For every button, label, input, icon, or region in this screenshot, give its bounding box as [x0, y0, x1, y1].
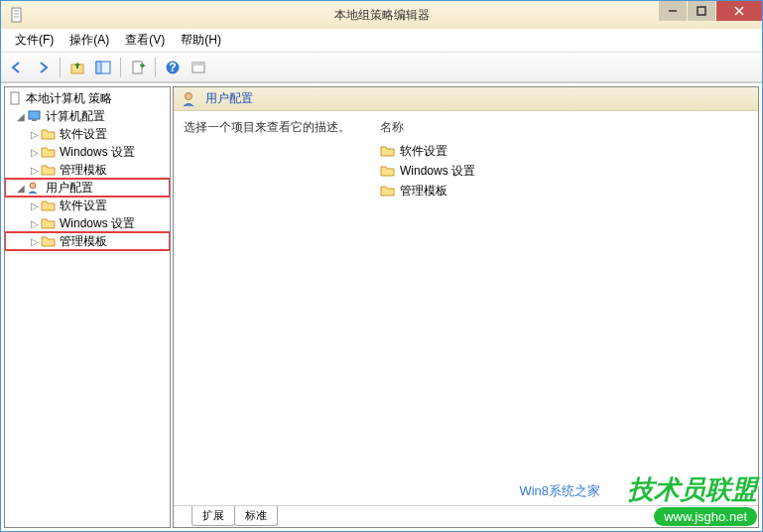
collapse-icon[interactable]: ◢: [15, 111, 27, 122]
document-icon: [7, 91, 23, 105]
tree-cc-software[interactable]: ▷ 软件设置: [5, 125, 170, 143]
menu-action[interactable]: 操作(A): [62, 29, 117, 52]
show-hide-tree-button[interactable]: [91, 56, 115, 79]
tree-label: Windows 设置: [60, 144, 135, 161]
tree-label: 软件设置: [60, 198, 107, 214]
folder-icon: [41, 127, 57, 141]
svg-rect-17: [29, 111, 40, 119]
expand-icon[interactable]: ▷: [29, 236, 41, 247]
back-button[interactable]: [5, 56, 29, 79]
toolbar-separator: [60, 58, 61, 77]
content-area: 本地计算机 策略 ◢ 计算机配置 ▷ 软件设置 ▷ Windows 设置 ▷ 管…: [1, 82, 762, 531]
svg-rect-16: [11, 92, 19, 104]
maximize-button[interactable]: [688, 1, 715, 21]
computer-icon: [27, 109, 43, 123]
list-column: 名称 软件设置 Windows 设置 管理模板: [372, 111, 758, 506]
folder-icon: [380, 144, 396, 158]
svg-rect-10: [96, 62, 101, 73]
details-header: 用户配置: [174, 87, 758, 111]
expand-icon[interactable]: ▷: [29, 165, 41, 176]
tree-label: 软件设置: [60, 126, 107, 143]
tree-uc-admin[interactable]: ▷ 管理模板: [5, 232, 170, 250]
folder-icon: [41, 216, 57, 230]
tree-cc-windows[interactable]: ▷ Windows 设置: [5, 143, 170, 161]
app-window: 本地组策略编辑器 文件(F) 操作(A) 查看(V) 帮助(H) ? 本地计算机…: [0, 0, 763, 532]
folder-icon: [41, 145, 57, 159]
folder-icon: [41, 234, 57, 248]
menu-file[interactable]: 文件(F): [7, 29, 62, 52]
svg-point-20: [186, 92, 192, 99]
collapse-icon[interactable]: ◢: [15, 183, 27, 194]
help-button[interactable]: ?: [161, 56, 185, 79]
toolbar-separator: [155, 58, 156, 77]
expand-icon[interactable]: ▷: [29, 129, 41, 140]
details-body: 选择一个项目来查看它的描述。 名称 软件设置 Windows 设置 管理模板: [174, 111, 758, 506]
menu-help[interactable]: 帮助(H): [173, 29, 229, 52]
tree-label: 本地计算机 策略: [26, 90, 112, 107]
details-title: 用户配置: [205, 90, 253, 107]
export-button[interactable]: [126, 56, 150, 79]
tree-panel[interactable]: 本地计算机 策略 ◢ 计算机配置 ▷ 软件设置 ▷ Windows 设置 ▷ 管…: [4, 86, 171, 528]
svg-point-19: [30, 183, 36, 189]
tree-label: 管理模板: [60, 233, 107, 250]
list-item-label: Windows 设置: [400, 163, 475, 180]
tree-uc-windows[interactable]: ▷ Windows 设置: [5, 214, 170, 232]
tree-label: 用户配置: [46, 180, 93, 197]
tab-standard[interactable]: 标准: [234, 506, 278, 526]
filter-button[interactable]: [187, 56, 210, 79]
folder-icon: [380, 184, 396, 198]
svg-rect-18: [32, 119, 37, 121]
svg-rect-5: [698, 7, 705, 15]
description-column: 选择一个项目来查看它的描述。: [174, 111, 372, 506]
toolbar: ?: [1, 53, 762, 82]
toolbar-separator: [120, 58, 121, 77]
folder-icon: [380, 164, 396, 178]
list-item-label: 管理模板: [400, 183, 447, 200]
list-item-label: 软件设置: [400, 143, 447, 160]
svg-rect-15: [192, 63, 204, 66]
tab-bar: 扩展 标准: [174, 505, 758, 527]
column-header-name[interactable]: 名称: [380, 115, 750, 141]
up-button[interactable]: [65, 56, 89, 79]
tree-label: 管理模板: [60, 162, 107, 179]
close-button[interactable]: [716, 1, 762, 21]
tree-label: Windows 设置: [60, 215, 135, 232]
user-icon: [27, 181, 43, 195]
expand-icon[interactable]: ▷: [29, 218, 41, 229]
window-title: 本地组策略编辑器: [334, 7, 430, 24]
list-item[interactable]: Windows 设置: [380, 161, 750, 181]
menubar: 文件(F) 操作(A) 查看(V) 帮助(H): [1, 29, 762, 53]
folder-icon: [41, 163, 57, 177]
tree-root[interactable]: 本地计算机 策略: [5, 89, 170, 107]
description-text: 选择一个项目来查看它的描述。: [184, 119, 362, 136]
titlebar: 本地组策略编辑器: [1, 1, 762, 29]
tree-computer-config[interactable]: ◢ 计算机配置: [5, 107, 170, 125]
tree-label: 计算机配置: [46, 108, 105, 125]
details-panel: 用户配置 选择一个项目来查看它的描述。 名称 软件设置 Windows 设置: [173, 86, 759, 528]
folder-icon: [41, 199, 57, 212]
minimize-button[interactable]: [659, 1, 687, 21]
list-item[interactable]: 软件设置: [380, 141, 750, 161]
forward-button[interactable]: [31, 56, 55, 79]
user-icon: [182, 91, 199, 107]
list-item[interactable]: 管理模板: [380, 181, 750, 200]
svg-rect-0: [12, 8, 21, 22]
app-icon: [9, 7, 25, 23]
expand-icon[interactable]: ▷: [29, 200, 41, 211]
menu-view[interactable]: 查看(V): [117, 29, 173, 52]
tree-uc-software[interactable]: ▷ 软件设置: [5, 197, 170, 214]
tree-cc-admin[interactable]: ▷ 管理模板: [5, 161, 170, 179]
window-controls: [659, 1, 762, 21]
expand-icon[interactable]: ▷: [29, 147, 41, 158]
svg-text:?: ?: [169, 61, 176, 74]
tree-user-config[interactable]: ◢ 用户配置: [5, 179, 170, 197]
svg-rect-11: [133, 62, 142, 73]
tab-extended[interactable]: 扩展: [191, 506, 235, 526]
